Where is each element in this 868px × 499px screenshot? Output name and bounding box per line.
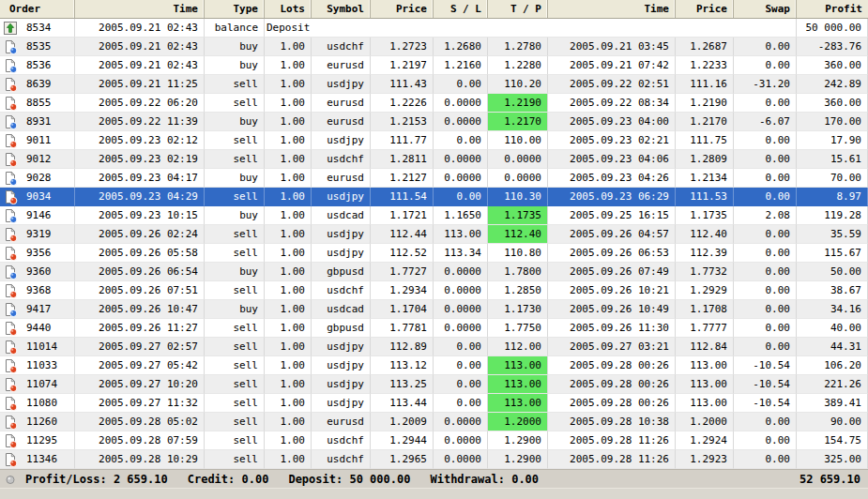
summary-statusbar: Profit/Loss: 2 659.10Credit: 0.00Deposit… <box>0 470 868 488</box>
order-row-11260[interactable]: 112602005.09.28 05:02sell1.00eurusd1.200… <box>0 413 868 431</box>
profit-cell: 8.97 <box>797 188 868 206</box>
order-cell: 9034 <box>0 188 75 206</box>
symbol-cell: gbpusd <box>312 319 371 338</box>
close-time-cell: 2005.09.21 03:45 <box>548 38 676 56</box>
order-row-9146[interactable]: 91462005.09.23 10:15buy1.00usdcad1.17211… <box>0 206 868 225</box>
column-header-price[interactable]: Price <box>371 0 434 18</box>
order-number: 11346 <box>26 450 57 468</box>
symbol-cell: usdjpy <box>312 338 371 356</box>
sl-cell: 0.0000 <box>434 94 488 113</box>
symbol-cell: usdjpy <box>312 131 371 150</box>
order-row-9011[interactable]: 90112005.09.23 02:12sell1.00usdjpy111.77… <box>0 131 868 150</box>
open-time-cell: 2005.09.28 05:02 <box>75 413 205 431</box>
type-cell: sell <box>205 375 265 394</box>
order-cell: 11074 <box>0 375 75 394</box>
order-row-8855[interactable]: 88552005.09.22 06:20sell1.00eurusd1.2226… <box>0 94 868 113</box>
open-price-cell: 1.2811 <box>371 150 434 169</box>
swap-cell: 0.00 <box>734 169 797 188</box>
summary-credit: Credit: 0.00 <box>188 473 269 486</box>
open-time-cell: 2005.09.27 11:32 <box>75 394 205 413</box>
lots-cell: 1.00 <box>265 169 312 188</box>
swap-cell: 0.00 <box>734 431 797 450</box>
profit-cell: 34.16 <box>797 300 868 319</box>
column-header-sl[interactable]: S / L <box>434 0 488 18</box>
close-time-cell: 2005.09.26 10:49 <box>548 300 676 319</box>
summary-items: Profit/Loss: 2 659.10Credit: 0.00Deposit… <box>25 473 558 486</box>
column-header-price-close[interactable]: Price <box>676 0 734 18</box>
order-row-11080[interactable]: 110802005.09.27 11:32sell1.00usdjpy113.4… <box>0 394 868 413</box>
order-row-11033[interactable]: 110332005.09.27 05:42sell1.00usdjpy113.1… <box>0 356 868 375</box>
order-number: 11033 <box>26 356 57 374</box>
lots-cell: 1.00 <box>265 413 312 431</box>
order-row-9012[interactable]: 90122005.09.23 02:19sell1.00usdchf1.2811… <box>0 150 868 169</box>
close-price-cell: 113.00 <box>676 394 734 413</box>
open-price-cell: 111.54 <box>371 188 434 206</box>
close-time-cell: 2005.09.26 11:30 <box>548 319 676 338</box>
close-time-cell: 2005.09.22 08:34 <box>548 94 676 113</box>
order-cell: 9356 <box>0 244 75 263</box>
order-row-8639[interactable]: 86392005.09.21 11:25sell1.00usdjpy111.43… <box>0 75 868 94</box>
order-row-8931[interactable]: 89312005.09.22 11:39buy1.00eurusd1.21530… <box>0 113 868 131</box>
symbol-cell: eurusd <box>312 94 371 113</box>
sell-order-icon <box>3 433 18 448</box>
status-footer: Profit/Loss: 2 659.10Credit: 0.00Deposit… <box>0 469 868 499</box>
sl-cell: 0.0000 <box>434 413 488 431</box>
tp-cell: 1.7800 <box>488 263 548 281</box>
order-row-9360[interactable]: 93602005.09.26 06:54buy1.00gbpusd1.77270… <box>0 263 868 281</box>
close-time-cell: 2005.09.26 06:53 <box>548 244 676 263</box>
symbol-cell: eurusd <box>312 56 371 75</box>
column-header-tp[interactable]: T / P <box>488 0 548 18</box>
order-number: 11080 <box>26 394 57 412</box>
column-header-swap-close[interactable]: Swap <box>734 0 797 18</box>
close-price-cell: 111.75 <box>676 131 734 150</box>
type-cell: sell <box>205 244 265 263</box>
column-header-time-close[interactable]: Time <box>548 0 676 18</box>
column-header-profit-close[interactable]: Profit <box>797 0 868 18</box>
open-price-cell: 1.1721 <box>371 206 434 225</box>
close-time-cell: 2005.09.28 10:38 <box>548 413 676 431</box>
open-time-cell: 2005.09.27 10:20 <box>75 375 205 394</box>
order-row-11295[interactable]: 112952005.09.28 07:59sell1.00usdchf1.294… <box>0 431 868 450</box>
profit-cell: 106.20 <box>797 356 868 375</box>
tp-cell: 110.30 <box>488 188 548 206</box>
open-time-cell: 2005.09.23 02:19 <box>75 150 205 169</box>
order-row-11074[interactable]: 110742005.09.27 10:20sell1.00usdjpy113.2… <box>0 375 868 394</box>
close-price-cell: 1.7777 <box>676 319 734 338</box>
swap-cell: -6.07 <box>734 113 797 131</box>
sl-cell: 0.0000 <box>434 169 488 188</box>
close-price-cell: 111.16 <box>676 75 734 94</box>
close-price-cell: 1.2809 <box>676 150 734 169</box>
sl-cell: 1.2160 <box>434 56 488 75</box>
order-row-9319[interactable]: 93192005.09.26 02:24sell1.00usdjpy112.44… <box>0 225 868 244</box>
order-row-9368[interactable]: 93682005.09.26 07:51sell1.00usdchf1.2934… <box>0 281 868 300</box>
lots-cell: 1.00 <box>265 206 312 225</box>
column-header-time[interactable]: Time <box>75 0 205 18</box>
order-row-9417[interactable]: 94172005.09.26 10:47buy1.00usdcad1.17040… <box>0 300 868 319</box>
order-row-11346[interactable]: 113462005.09.28 10:29sell1.00usdchf1.296… <box>0 450 868 469</box>
type-cell: sell <box>205 94 265 113</box>
order-row-8535[interactable]: 85352005.09.21 02:43buy1.00usdchf1.27231… <box>0 38 868 56</box>
column-header-symbol[interactable]: Symbol <box>312 0 371 18</box>
profit-cell: 35.59 <box>797 225 868 244</box>
type-cell: sell <box>205 356 265 375</box>
order-row-9356[interactable]: 93562005.09.26 05:58sell1.00usdjpy112.52… <box>0 244 868 263</box>
order-row-11014[interactable]: 110142005.09.27 02:57sell1.00usdjpy112.8… <box>0 338 868 356</box>
tp-cell: 112.00 <box>488 338 548 356</box>
tp-cell: 1.7750 <box>488 319 548 338</box>
order-cell: 11080 <box>0 394 75 413</box>
order-number: 8535 <box>26 38 52 55</box>
column-header-type[interactable]: Type <box>205 0 265 18</box>
order-row-9028[interactable]: 90282005.09.23 04:17buy1.00eurusd1.21270… <box>0 169 868 188</box>
sl-cell: 0.0000 <box>434 281 488 300</box>
order-row-9034[interactable]: 90342005.09.23 04:29sell1.00usdjpy111.54… <box>0 188 868 206</box>
column-header-lots[interactable]: Lots <box>265 0 312 18</box>
balance-row[interactable]: 85342005.09.21 02:43balanceDeposit50 000… <box>0 19 868 38</box>
order-cell: 8855 <box>0 94 75 113</box>
column-header-order[interactable]: Order <box>0 0 75 18</box>
order-cell: 11346 <box>0 450 75 469</box>
symbol-cell: eurusd <box>312 113 371 131</box>
sl-cell: 0.00 <box>434 338 488 356</box>
swap-cell: 0.00 <box>734 300 797 319</box>
order-row-8536[interactable]: 85362005.09.21 02:43buy1.00eurusd1.21971… <box>0 56 868 75</box>
order-row-9440[interactable]: 94402005.09.26 11:27sell1.00gbpusd1.7781… <box>0 319 868 338</box>
